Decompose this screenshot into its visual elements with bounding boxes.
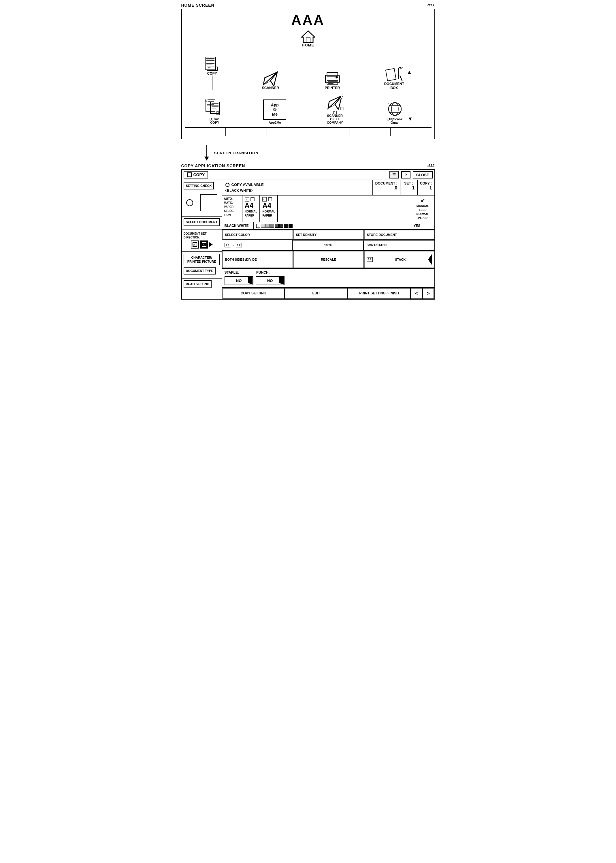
staple-no-button[interactable]: NO [225,276,253,285]
set-count-cell: SET : 1 [400,180,417,195]
document-type-button[interactable]: DOCUMENT TYPE [184,267,215,275]
scan2gmail-label: [10]Scan2Gmail [387,117,402,124]
combine-icon-left: 1 2 [225,243,231,248]
svg-rect-7 [206,64,212,65]
stack-arrow [428,254,432,265]
status-cell-2 [226,128,267,136]
combine-cell[interactable]: 1 2 → 1 2 [222,240,293,250]
copy-icon [204,57,220,72]
home-icon-app2me[interactable]: App ② Me App2Me [263,99,286,124]
svg-marker-0 [302,31,315,42]
app2me-label: App2Me [269,121,281,124]
doc-preview [200,194,217,211]
home-icon-button[interactable]: HOME [301,30,315,47]
rescale-button[interactable]: RESCALE [293,251,364,268]
document-box-label: DOCUMENTBOX [384,82,404,90]
copy-available-text: COPY AVAILABLE [231,182,264,188]
status-row: COPY AVAILABLE <BLACK WHITE> DOCUMENT : … [222,180,434,195]
home-status-bar [185,127,432,136]
svg-rect-20 [336,76,338,79]
density-8 [289,224,292,228]
svg-line-25 [400,75,402,81]
svg-line-13 [270,81,274,86]
black-white-cell[interactable]: BLACK WHITE [222,222,254,229]
scanner-label: SCANNER [262,86,279,90]
svg-rect-3 [206,58,214,60]
manual-feed-cell[interactable]: ↙ MANUALFEEDNORMALPAPER [411,195,434,222]
manual-feed-label: MANUALFEEDNORMALPAPER [416,204,429,220]
tray2-cell[interactable]: 2 A4 NORMALPAPER [260,195,278,222]
density-2 [261,224,265,228]
svg-rect-30 [207,105,212,106]
sort-stack-button[interactable]: SORT/STACK [364,240,434,250]
stack-button[interactable]: 1 2 STACK [364,251,434,268]
home-icon-scanner-xx[interactable]: ✓ [1] [1]SCANNEROF XXCOMPANY [324,94,346,124]
yes-cell[interactable]: YES [411,222,434,229]
svg-rect-5 [206,62,214,62]
print-setting-button[interactable]: PRINT SETTING /FINISH [347,288,410,299]
copy-available-icon [225,182,230,187]
scanner-xx-label: [1]SCANNEROF XXCOMPANY [327,110,343,124]
store-document-button[interactable]: STORE DOCUMENT [364,230,434,240]
svg-rect-56 [269,198,272,201]
scroll-down-btn[interactable]: ▼ [408,116,413,122]
help-button[interactable]: ? [401,171,410,179]
svg-rect-18 [328,82,337,83]
transition-label: SCREEN TRANSITION [214,151,259,155]
copy-main: SETTING CHECK SELECT DOCUMENT DOCUMENT S… [182,180,434,299]
circle-indicator [186,199,193,206]
status-cell-6 [391,128,432,136]
punch-no-button[interactable]: NO [256,276,284,285]
both-sides-button[interactable]: BOTH SIDES /DIVIDE [222,251,293,268]
density-6 [279,224,283,228]
home-icon-printer[interactable]: PRINTER [321,71,344,90]
home-screen-box: AAA HOME [181,9,435,139]
home-icon-scanner[interactable]: SCANNER [259,71,282,90]
document-val: 0 [375,185,398,190]
setting-check-button[interactable]: SETTING CHECK [184,182,214,189]
home-icon-2in1copy[interactable]: ✓ [1] [1]2in1COPY [203,99,226,124]
copy-title-checkbox [187,173,192,177]
doc-direction-label: DOCUMENT SET DIRECTION: [184,232,220,239]
svg-rect-17 [328,81,337,82]
close-button[interactable]: CLOSE [413,171,433,179]
dir-box-right[interactable]: R [200,241,208,248]
copy-screen-box: COPY ☰ ? CLOSE SETTING CHECK SELECT DOCU… [181,169,435,300]
btn-row-3: BOTH SIDES /DIVIDE RESCALE 1 2 STACK [222,251,434,269]
copy-setting-button[interactable]: COPY SETTING [222,288,285,299]
density-1 [256,224,260,228]
auto-paper-cell[interactable]: AUTO-MATICPAPERSELEC-TION [222,195,242,222]
copy-label: COPY [207,72,217,75]
home-icon-scan2gmail[interactable]: ✓ [10]Scan2Gmail [383,102,407,124]
select-color-button[interactable]: SELECT COLOR [222,230,293,240]
tray1-cell[interactable]: 1 A4 NORMALPAPER [242,195,260,222]
character-printed-button[interactable]: CHARACTER/ PRINTED PICTURE [184,254,220,266]
staple-label: STAPLE: [225,270,239,275]
edit-button[interactable]: EDIT [285,288,347,299]
select-document-section: SELECT DOCUMENT [182,217,222,230]
read-setting-button[interactable]: READ SETTING [184,280,212,288]
prev-button[interactable]: < [410,288,422,299]
tray1-paper-icon [250,197,255,201]
copy-title-box: COPY [184,171,208,179]
density-3 [266,224,270,228]
document-box-icon [385,67,403,82]
set-val: 1 [403,185,415,190]
home-label: HOME [302,43,314,47]
next-button[interactable]: > [422,288,434,299]
black-white-mode: <BLACK WHITE> [225,189,253,193]
menu-icon-button[interactable]: ☰ [390,171,399,179]
set-density-button[interactable]: SET DENSITY [293,230,364,240]
home-icon-document-box[interactable]: DOCUMENTBOX [382,67,405,90]
percent-button[interactable]: 100% [292,240,364,250]
copy-sidebar: SETTING CHECK SELECT DOCUMENT DOCUMENT S… [182,180,222,299]
density-cell[interactable] [254,222,411,229]
dir-box-left[interactable]: R [191,241,199,248]
svg-text:R: R [193,244,195,246]
home-icon-copy[interactable]: COPY [204,57,220,90]
direction-right-icon: R [201,242,207,247]
svg-text:R: R [203,244,205,246]
select-document-button[interactable]: SELECT DOCUMENT [184,218,220,226]
scroll-up-btn[interactable]: ▲ [407,69,412,75]
svg-rect-9 [208,68,211,68]
